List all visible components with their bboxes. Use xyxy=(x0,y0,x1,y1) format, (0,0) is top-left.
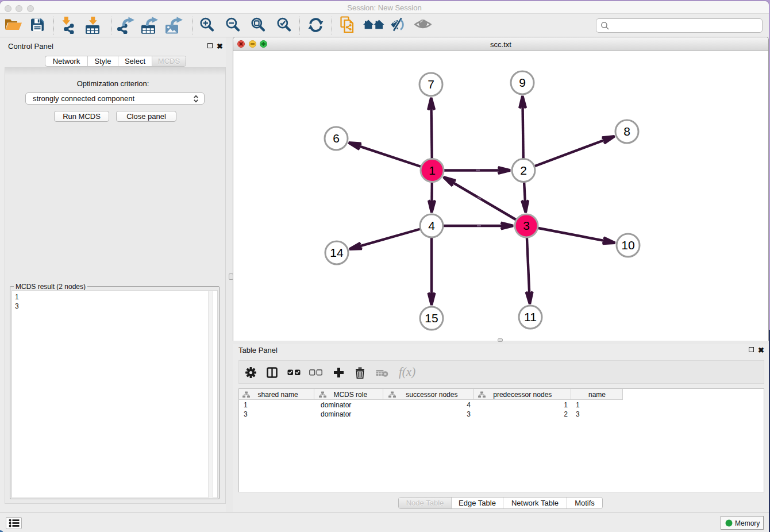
svg-text:3: 3 xyxy=(523,219,530,232)
svg-text:1: 1 xyxy=(429,164,436,177)
svg-text:4: 4 xyxy=(428,219,435,232)
svg-text:10: 10 xyxy=(621,238,634,252)
svg-text:7: 7 xyxy=(428,78,434,91)
svg-text:14: 14 xyxy=(330,246,344,259)
svg-text:8: 8 xyxy=(623,125,630,138)
svg-text:9: 9 xyxy=(519,76,526,89)
svg-text:15: 15 xyxy=(425,311,438,325)
svg-text:2: 2 xyxy=(520,164,527,177)
svg-text:11: 11 xyxy=(524,310,537,323)
svg-text:6: 6 xyxy=(333,132,340,145)
